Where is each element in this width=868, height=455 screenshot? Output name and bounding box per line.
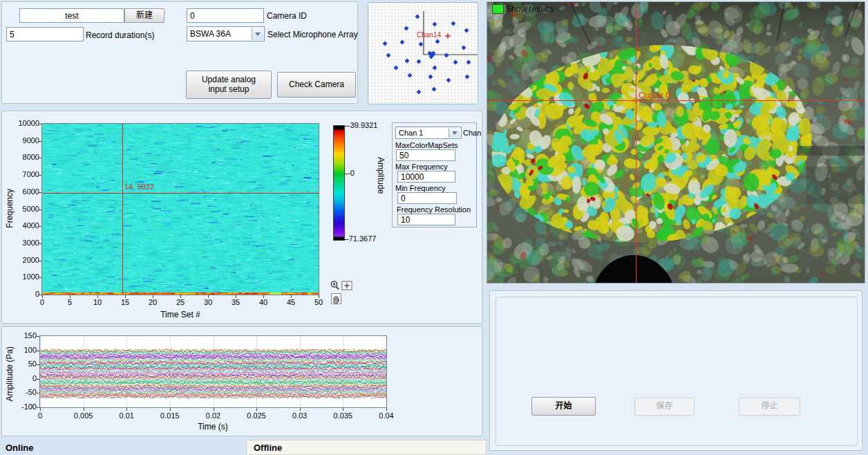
setup-panel: test 新建 0 Camera ID 5 Record duration(s)… (1, 1, 358, 104)
colorbar-title: Amplitude (376, 157, 386, 194)
tick-mark (84, 408, 84, 411)
tick-mark (39, 210, 41, 210)
pan-hand-icon[interactable] (331, 293, 341, 304)
channel-value: Chan 1 (399, 129, 423, 137)
tick-mark (319, 295, 319, 298)
stop-button[interactable]: 停止 (739, 398, 800, 416)
max-colormap-sets-label: MaxColorMapSets (395, 141, 457, 149)
graph-tool-palette (330, 280, 355, 305)
spectrogram-panel: Frequency Time Set # 14, 5932 -39.9321 -… (1, 111, 482, 324)
chevron-down-icon[interactable] (449, 128, 460, 138)
new-session-button[interactable]: 新建 (124, 8, 164, 23)
min-frequency-label: Min Frequency (395, 184, 446, 192)
tick-label: 0 (10, 290, 39, 298)
tick-mark (208, 295, 209, 298)
camera-cursor-hline[interactable] (487, 100, 865, 101)
tick-label: 7000 (10, 170, 39, 178)
tick-label: -100 (8, 402, 37, 411)
tick-mark (170, 408, 171, 411)
tick-mark (256, 408, 257, 411)
offline-status-box: Offline (246, 440, 487, 455)
tick-label: 1000 (10, 272, 39, 281)
tick-mark (180, 295, 181, 298)
tick-mark (70, 295, 70, 298)
camera-cursor-vline[interactable] (636, 2, 636, 283)
tick-label: 3000 (10, 239, 39, 247)
camera-acoustic-image[interactable] (487, 2, 865, 283)
zoom-rect-icon[interactable] (341, 281, 352, 290)
camera-cursor-label: Cursor 0 (639, 91, 670, 100)
tick-mark (236, 295, 236, 298)
tick-label: 15 (114, 298, 136, 306)
check-camera-button[interactable]: Check Camera (277, 72, 356, 98)
mic-array-select[interactable]: BSWA 36A (187, 26, 265, 41)
channel-select[interactable]: Chan 1 (395, 127, 462, 139)
colorbar-max-label: -39.9321 (348, 121, 377, 129)
tick-label: 5000 (10, 205, 39, 213)
tick-label: 100 (8, 346, 37, 354)
start-button[interactable]: 开始 (531, 397, 596, 416)
save-button[interactable]: 保存 (634, 398, 695, 416)
max-colormap-sets-field[interactable]: 50 (396, 149, 455, 161)
tick-label: 25 (169, 298, 191, 306)
tick-mark (37, 379, 39, 380)
min-frequency-field[interactable]: 0 (397, 192, 457, 204)
tick-mark (343, 408, 343, 411)
tick-mark (214, 408, 214, 411)
tick-label: 20 (142, 298, 164, 306)
session-name-field[interactable]: test (19, 8, 124, 23)
tick-label: 0.035 (328, 411, 358, 420)
tick-label: 40 (252, 298, 274, 306)
tick-label: 0 (8, 374, 37, 382)
tick-mark (39, 158, 41, 158)
tick-mark (39, 277, 41, 278)
tick-label: 2000 (10, 256, 39, 264)
tick-mark (37, 336, 39, 337)
tick-label: 0.02 (198, 411, 229, 420)
zoom-in-icon[interactable] (330, 280, 341, 291)
spectrogram-cursor-hline[interactable] (42, 193, 319, 194)
spectrogram-cursor-vline[interactable] (122, 124, 123, 295)
channel-label: Chan (463, 129, 481, 137)
spectrogram-plot[interactable] (41, 123, 319, 295)
tick-label: 30 (197, 298, 219, 306)
tick-mark (40, 408, 41, 411)
max-frequency-field[interactable]: 10000 (397, 171, 455, 183)
tick-mark (386, 408, 387, 411)
waveform-plot[interactable] (39, 335, 387, 408)
frequency-resolution-label: Frequency Resolution (397, 205, 471, 214)
tick-mark (39, 175, 41, 176)
tick-mark (39, 141, 41, 142)
mic-array-scatter-plot[interactable] (368, 3, 478, 104)
tick-label: 50 (8, 360, 37, 368)
colorbar-mid-label: -0 (348, 169, 355, 177)
tick-mark (39, 226, 41, 227)
tick-label: 5 (59, 298, 81, 306)
online-status-label: Online (6, 443, 33, 453)
tick-label: 35 (225, 298, 247, 306)
tick-mark (153, 295, 153, 298)
tick-mark (125, 295, 126, 298)
tick-label: 0.03 (285, 411, 315, 420)
mic-array-label: Select Microphone Array (267, 30, 358, 39)
amplitude-colorbar (333, 125, 345, 241)
tick-mark (37, 364, 39, 365)
frequency-resolution-field[interactable]: 10 (397, 214, 455, 225)
tick-mark (39, 261, 41, 261)
spectrogram-cursor-label: 14, 5932 (124, 183, 154, 191)
tick-label: 50 (308, 298, 330, 306)
record-duration-field[interactable]: 5 (6, 27, 84, 41)
tick-mark (126, 408, 127, 411)
update-analog-input-button[interactable]: Update analog input setup (186, 71, 272, 99)
colorbar-min-label: -71.3677 (346, 234, 376, 243)
tick-mark (291, 295, 292, 298)
offline-status-label: Offline (254, 443, 282, 453)
show-results-checkbox[interactable] (492, 4, 504, 14)
record-duration-label: Record duration(s) (86, 30, 154, 40)
tick-label: 6000 (10, 187, 39, 196)
camera-id-field[interactable]: 0 (187, 8, 264, 23)
tick-label: 0.04 (371, 411, 402, 420)
tick-label: -50 (8, 388, 37, 396)
chevron-down-icon[interactable] (252, 28, 263, 40)
tick-label: 45 (280, 298, 302, 306)
